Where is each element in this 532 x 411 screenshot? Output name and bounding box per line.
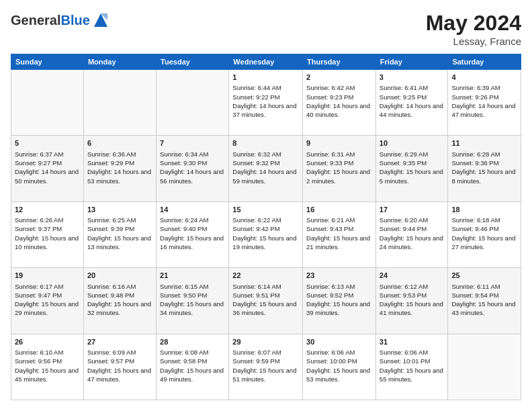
day-info: Sunrise: 6:08 AM Sunset: 9:58 PM Dayligh… bbox=[160, 348, 225, 383]
weekday-header-saturday: Saturday bbox=[448, 54, 521, 70]
calendar-cell: 16Sunrise: 6:21 AM Sunset: 9:43 PM Dayli… bbox=[303, 201, 376, 267]
day-number: 8 bbox=[232, 138, 299, 148]
day-number: 21 bbox=[160, 271, 225, 281]
calendar-table: SundayMondayTuesdayWednesdayThursdayFrid… bbox=[11, 54, 521, 400]
day-number: 30 bbox=[306, 337, 372, 347]
day-number: 15 bbox=[232, 205, 299, 215]
calendar-cell: 6Sunrise: 6:36 AM Sunset: 9:29 PM Daylig… bbox=[83, 136, 156, 201]
day-info: Sunrise: 6:22 AM Sunset: 9:42 PM Dayligh… bbox=[232, 216, 299, 251]
day-number: 23 bbox=[306, 271, 372, 281]
day-info: Sunrise: 6:37 AM Sunset: 9:27 PM Dayligh… bbox=[15, 150, 80, 185]
day-info: Sunrise: 6:42 AM Sunset: 9:23 PM Dayligh… bbox=[306, 83, 372, 119]
day-info: Sunrise: 6:12 AM Sunset: 9:53 PM Dayligh… bbox=[380, 282, 445, 318]
day-info: Sunrise: 6:17 AM Sunset: 9:47 PM Dayligh… bbox=[15, 282, 80, 318]
calendar-cell: 23Sunrise: 6:13 AM Sunset: 9:52 PM Dayli… bbox=[303, 268, 376, 334]
day-number: 4 bbox=[451, 73, 517, 83]
day-info: Sunrise: 6:39 AM Sunset: 9:26 PM Dayligh… bbox=[451, 83, 517, 119]
day-info: Sunrise: 6:07 AM Sunset: 9:59 PM Dayligh… bbox=[232, 348, 299, 383]
calendar-cell: 15Sunrise: 6:22 AM Sunset: 9:42 PM Dayli… bbox=[229, 201, 303, 267]
day-info: Sunrise: 6:25 AM Sunset: 9:39 PM Dayligh… bbox=[87, 216, 152, 251]
day-number: 26 bbox=[15, 337, 80, 347]
day-number: 5 bbox=[15, 138, 80, 148]
day-number: 28 bbox=[160, 337, 225, 347]
title-month: May 2024 bbox=[426, 11, 521, 36]
day-number: 22 bbox=[232, 271, 299, 281]
calendar-cell: 31Sunrise: 6:06 AM Sunset: 10:01 PM Dayl… bbox=[375, 334, 448, 400]
calendar-cell: 3Sunrise: 6:41 AM Sunset: 9:25 PM Daylig… bbox=[375, 70, 448, 136]
calendar-cell: 28Sunrise: 6:08 AM Sunset: 9:58 PM Dayli… bbox=[157, 334, 229, 400]
day-number: 18 bbox=[451, 205, 517, 215]
weekday-header-wednesday: Wednesday bbox=[229, 54, 303, 70]
calendar-cell: 1Sunrise: 6:44 AM Sunset: 9:22 PM Daylig… bbox=[229, 70, 303, 136]
calendar-cell: 5Sunrise: 6:37 AM Sunset: 9:27 PM Daylig… bbox=[11, 136, 84, 201]
calendar-week-row: 26Sunrise: 6:10 AM Sunset: 9:56 PM Dayli… bbox=[11, 334, 521, 400]
title-location: Lessay, France bbox=[426, 36, 521, 47]
day-number: 17 bbox=[380, 205, 445, 215]
day-number: 19 bbox=[15, 271, 80, 281]
calendar-cell: 20Sunrise: 6:16 AM Sunset: 9:48 PM Dayli… bbox=[83, 268, 156, 334]
title-block: May 2024 Lessay, France bbox=[426, 11, 521, 47]
calendar-cell bbox=[157, 70, 229, 136]
logo-general-text: General bbox=[11, 13, 60, 28]
day-info: Sunrise: 6:28 AM Sunset: 9:36 PM Dayligh… bbox=[451, 150, 517, 185]
calendar-cell: 11Sunrise: 6:28 AM Sunset: 9:36 PM Dayli… bbox=[448, 136, 521, 201]
calendar-cell: 25Sunrise: 6:11 AM Sunset: 9:54 PM Dayli… bbox=[448, 268, 521, 334]
calendar-cell: 12Sunrise: 6:26 AM Sunset: 9:37 PM Dayli… bbox=[11, 201, 84, 267]
day-info: Sunrise: 6:10 AM Sunset: 9:56 PM Dayligh… bbox=[15, 348, 80, 383]
calendar-cell: 10Sunrise: 6:29 AM Sunset: 9:35 PM Dayli… bbox=[375, 136, 448, 201]
day-number: 11 bbox=[451, 138, 517, 148]
day-info: Sunrise: 6:31 AM Sunset: 9:33 PM Dayligh… bbox=[306, 150, 372, 185]
calendar-cell: 13Sunrise: 6:25 AM Sunset: 9:39 PM Dayli… bbox=[83, 201, 156, 267]
calendar-week-row: 19Sunrise: 6:17 AM Sunset: 9:47 PM Dayli… bbox=[11, 268, 521, 334]
calendar-week-row: 12Sunrise: 6:26 AM Sunset: 9:37 PM Dayli… bbox=[11, 201, 521, 267]
calendar-cell: 26Sunrise: 6:10 AM Sunset: 9:56 PM Dayli… bbox=[11, 334, 84, 400]
day-number: 13 bbox=[87, 205, 152, 215]
weekday-header-thursday: Thursday bbox=[303, 54, 376, 70]
day-info: Sunrise: 6:21 AM Sunset: 9:43 PM Dayligh… bbox=[306, 216, 372, 251]
day-number: 9 bbox=[306, 138, 372, 148]
calendar-cell: 27Sunrise: 6:09 AM Sunset: 9:57 PM Dayli… bbox=[83, 334, 156, 400]
weekday-header-monday: Monday bbox=[83, 54, 156, 70]
calendar-cell bbox=[83, 70, 156, 136]
day-number: 25 bbox=[451, 271, 517, 281]
day-info: Sunrise: 6:20 AM Sunset: 9:44 PM Dayligh… bbox=[380, 216, 445, 251]
day-info: Sunrise: 6:32 AM Sunset: 9:32 PM Dayligh… bbox=[232, 150, 299, 185]
calendar-cell: 21Sunrise: 6:15 AM Sunset: 9:50 PM Dayli… bbox=[157, 268, 229, 334]
logo-icon bbox=[91, 11, 110, 30]
day-info: Sunrise: 6:15 AM Sunset: 9:50 PM Dayligh… bbox=[160, 282, 225, 318]
calendar-cell: 14Sunrise: 6:24 AM Sunset: 9:40 PM Dayli… bbox=[157, 201, 229, 267]
calendar-cell: 4Sunrise: 6:39 AM Sunset: 9:26 PM Daylig… bbox=[448, 70, 521, 136]
day-info: Sunrise: 6:06 AM Sunset: 10:01 PM Daylig… bbox=[380, 348, 445, 383]
calendar-cell: 17Sunrise: 6:20 AM Sunset: 9:44 PM Dayli… bbox=[375, 201, 448, 267]
calendar-cell bbox=[11, 70, 84, 136]
day-info: Sunrise: 6:36 AM Sunset: 9:29 PM Dayligh… bbox=[87, 150, 152, 185]
page: GeneralBlue May 2024 Lessay, France Sund… bbox=[0, 0, 532, 411]
day-info: Sunrise: 6:29 AM Sunset: 9:35 PM Dayligh… bbox=[380, 150, 445, 185]
calendar-cell bbox=[448, 334, 521, 400]
calendar-cell: 24Sunrise: 6:12 AM Sunset: 9:53 PM Dayli… bbox=[375, 268, 448, 334]
calendar-cell: 30Sunrise: 6:06 AM Sunset: 10:00 PM Dayl… bbox=[303, 334, 376, 400]
calendar-week-row: 5Sunrise: 6:37 AM Sunset: 9:27 PM Daylig… bbox=[11, 136, 521, 201]
weekday-header-friday: Friday bbox=[375, 54, 448, 70]
day-info: Sunrise: 6:06 AM Sunset: 10:00 PM Daylig… bbox=[306, 348, 372, 383]
calendar-cell: 8Sunrise: 6:32 AM Sunset: 9:32 PM Daylig… bbox=[229, 136, 303, 201]
day-number: 16 bbox=[306, 205, 372, 215]
day-number: 12 bbox=[15, 205, 80, 215]
day-info: Sunrise: 6:11 AM Sunset: 9:54 PM Dayligh… bbox=[451, 282, 517, 318]
day-number: 10 bbox=[380, 138, 445, 148]
day-info: Sunrise: 6:16 AM Sunset: 9:48 PM Dayligh… bbox=[87, 282, 152, 318]
day-number: 14 bbox=[160, 205, 225, 215]
day-number: 2 bbox=[306, 73, 372, 83]
calendar-header-row: SundayMondayTuesdayWednesdayThursdayFrid… bbox=[11, 54, 521, 70]
day-number: 3 bbox=[380, 73, 445, 83]
day-info: Sunrise: 6:26 AM Sunset: 9:37 PM Dayligh… bbox=[15, 216, 80, 251]
calendar-cell: 18Sunrise: 6:18 AM Sunset: 9:46 PM Dayli… bbox=[448, 201, 521, 267]
day-number: 31 bbox=[380, 337, 445, 347]
day-info: Sunrise: 6:24 AM Sunset: 9:40 PM Dayligh… bbox=[160, 216, 225, 251]
calendar-cell: 7Sunrise: 6:34 AM Sunset: 9:30 PM Daylig… bbox=[157, 136, 229, 201]
day-number: 27 bbox=[87, 337, 152, 347]
calendar-cell: 22Sunrise: 6:14 AM Sunset: 9:51 PM Dayli… bbox=[229, 268, 303, 334]
day-info: Sunrise: 6:41 AM Sunset: 9:25 PM Dayligh… bbox=[380, 83, 445, 119]
day-number: 20 bbox=[87, 271, 152, 281]
day-info: Sunrise: 6:14 AM Sunset: 9:51 PM Dayligh… bbox=[232, 282, 299, 318]
